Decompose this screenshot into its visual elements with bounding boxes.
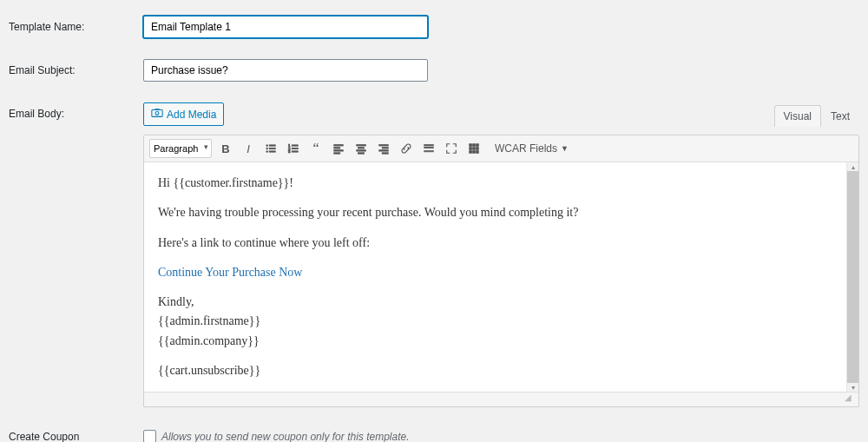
svg-rect-19 [357, 145, 366, 146]
bold-icon[interactable]: B [217, 140, 234, 157]
svg-rect-8 [269, 151, 275, 152]
svg-rect-35 [477, 148, 479, 150]
email-body-label: Email Body: [9, 102, 143, 120]
svg-rect-30 [470, 144, 472, 147]
format-select[interactable]: Paragraph [149, 139, 212, 158]
svg-rect-25 [379, 150, 389, 151]
svg-rect-14 [292, 151, 298, 152]
body-line: {{cart.unsubscribe}} [158, 362, 832, 379]
editor: Paragraph B I 123 “ WCAR Fields ▼ [143, 135, 859, 407]
svg-rect-20 [358, 148, 365, 148]
email-subject-input[interactable] [143, 59, 428, 82]
svg-rect-28 [424, 147, 434, 148]
add-media-button[interactable]: Add Media [143, 102, 224, 126]
svg-rect-34 [473, 148, 476, 150]
tab-visual[interactable]: Visual [774, 105, 821, 127]
svg-point-3 [266, 145, 268, 147]
svg-text:3: 3 [288, 149, 291, 154]
editor-toolbar: Paragraph B I 123 “ WCAR Fields ▼ [144, 135, 858, 162]
svg-rect-33 [470, 148, 472, 150]
create-coupon-checkbox[interactable] [143, 430, 156, 442]
template-name-label: Template Name: [9, 16, 143, 33]
svg-rect-16 [334, 148, 340, 148]
body-line: {{admin.company}} [158, 333, 832, 350]
wcar-fields-label: WCAR Fields [495, 142, 557, 155]
scroll-down-icon[interactable]: ▾ [847, 383, 858, 392]
numbered-list-icon[interactable]: 123 [285, 140, 302, 157]
email-subject-label: Email Subject: [9, 59, 143, 76]
body-line: {{admin.firstname}} [158, 313, 832, 330]
svg-rect-18 [334, 153, 340, 154]
body-line: Here's a link to continue where you left… [158, 234, 832, 252]
continue-purchase-link[interactable]: Continue Your Purchase Now [158, 266, 302, 279]
media-icon [151, 107, 163, 122]
wcar-fields-dropdown[interactable]: WCAR Fields ▼ [495, 142, 569, 155]
svg-rect-6 [269, 148, 275, 148]
link-icon[interactable] [398, 140, 415, 157]
align-center-icon[interactable] [352, 140, 370, 157]
svg-rect-22 [358, 153, 365, 154]
align-left-icon[interactable] [330, 140, 347, 157]
svg-rect-32 [477, 144, 479, 147]
svg-rect-10 [292, 145, 298, 146]
svg-rect-2 [155, 109, 159, 110]
align-right-icon[interactable] [375, 140, 392, 157]
editor-scrollbar[interactable]: ▴ ▾ [846, 162, 858, 392]
insert-more-icon[interactable] [420, 140, 437, 157]
svg-point-1 [155, 112, 159, 115]
svg-rect-21 [357, 150, 366, 151]
svg-rect-26 [382, 153, 388, 154]
bullet-list-icon[interactable] [262, 140, 279, 157]
create-coupon-label: Create Coupon [9, 431, 143, 442]
resize-handle-icon[interactable]: ◢ [845, 393, 858, 406]
svg-rect-4 [269, 145, 275, 146]
scroll-up-icon[interactable]: ▴ [847, 162, 858, 171]
svg-rect-17 [334, 150, 344, 151]
svg-rect-36 [470, 151, 472, 154]
blockquote-icon[interactable]: “ [307, 140, 325, 157]
svg-rect-24 [382, 148, 388, 148]
body-line: We're having trouble processing your rec… [158, 204, 832, 221]
svg-point-5 [266, 148, 268, 149]
svg-rect-29 [424, 151, 434, 152]
toolbar-toggle-icon[interactable] [465, 140, 483, 157]
editor-content[interactable]: Hi {{customer.firstname}}! We're having … [144, 162, 846, 392]
svg-rect-23 [379, 145, 389, 146]
svg-rect-12 [292, 148, 298, 148]
svg-point-7 [266, 151, 268, 153]
svg-rect-27 [424, 145, 434, 146]
svg-rect-15 [334, 145, 344, 146]
template-name-input[interactable] [143, 16, 428, 38]
italic-icon[interactable]: I [240, 140, 257, 157]
tab-text[interactable]: Text [821, 105, 859, 127]
fullscreen-icon[interactable] [443, 140, 460, 157]
svg-rect-31 [473, 144, 476, 147]
svg-rect-38 [477, 151, 479, 154]
chevron-down-icon: ▼ [561, 144, 569, 153]
body-line: Kindly, [158, 294, 832, 311]
create-coupon-hint: Allows you to send new coupon only for t… [161, 431, 410, 442]
svg-rect-37 [473, 151, 476, 154]
svg-rect-0 [152, 110, 162, 117]
add-media-label: Add Media [167, 109, 216, 121]
body-line: Hi {{customer.firstname}}! [158, 175, 832, 192]
